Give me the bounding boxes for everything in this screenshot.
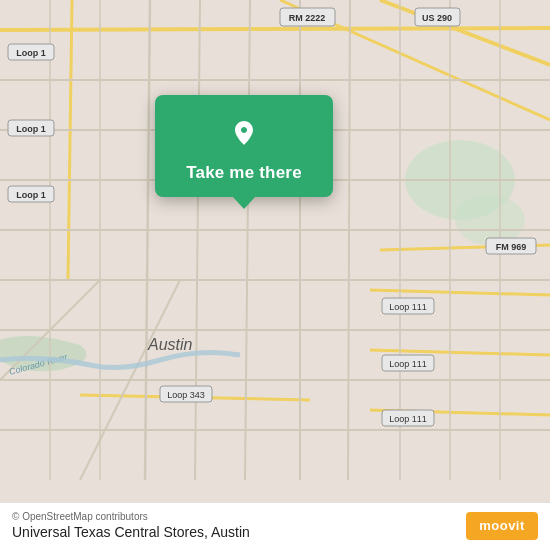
place-name: Universal Texas Central Stores, Austin: [12, 524, 250, 540]
moovit-logo[interactable]: moovit: [466, 512, 538, 540]
bottom-bar: © OpenStreetMap contributors Universal T…: [0, 502, 550, 550]
copyright-text: © OpenStreetMap contributors: [12, 511, 250, 522]
moovit-logo-text: moovit: [479, 518, 525, 533]
take-me-there-button[interactable]: Take me there: [186, 163, 302, 183]
location-card[interactable]: Take me there: [155, 95, 333, 197]
map-container: RM 2222 US 290 Loop 1 Loop 1 Loop 1 FM 9…: [0, 0, 550, 550]
location-pin-icon: [222, 111, 266, 155]
map-background: [0, 0, 550, 550]
moovit-logo-image: moovit: [466, 512, 538, 540]
place-info: © OpenStreetMap contributors Universal T…: [12, 511, 250, 540]
